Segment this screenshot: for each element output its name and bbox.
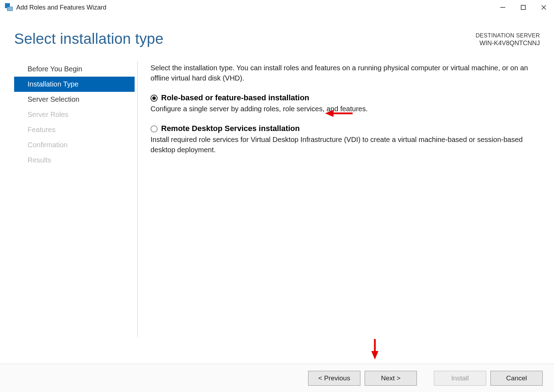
annotation-arrow-right-icon [325,108,353,119]
wizard-icon [4,3,13,12]
sidebar-item-server-roles: Server Roles [14,107,135,122]
annotation-arrow-down-icon [370,339,380,360]
install-button: Install [434,371,486,386]
option-title-role-based: Role-based or feature-based installation [161,93,540,102]
content-pane: Select the installation type. You can in… [138,61,554,337]
close-icon [541,4,547,11]
sidebar-list: Before You Begin Installation Type Serve… [14,61,135,168]
footer: < Previous Next > Install Cancel [0,364,554,392]
maximize-button[interactable] [513,0,534,15]
minimize-icon [500,4,506,11]
sidebar-item-features: Features [14,122,135,137]
option-title-rds: Remote Desktop Services installation [161,124,540,133]
window-title: Add Roles and Features Wizard [16,4,493,11]
window-controls [493,0,554,15]
destination-server: WIN-K4V8QNTCNNJ [476,40,540,47]
header-region: Select installation type DESTINATION SER… [0,15,554,47]
close-button[interactable] [534,0,554,15]
sidebar-item-results: Results [14,153,135,168]
sidebar-item-before-you-begin[interactable]: Before You Begin [14,61,135,77]
svg-marker-7 [371,351,378,360]
cancel-button[interactable]: Cancel [490,371,543,386]
body-region: Before You Begin Installation Type Serve… [0,61,554,337]
sidebar-item-confirmation: Confirmation [14,137,135,153]
page-title: Select installation type [14,30,164,47]
next-button[interactable]: Next > [365,371,417,386]
option-rds[interactable]: Remote Desktop Services installation Ins… [151,124,540,155]
minimize-button[interactable] [493,0,513,15]
radio-selected-dot-icon [152,96,156,100]
maximize-icon [520,4,526,11]
svg-rect-1 [521,5,525,10]
svg-marker-5 [325,110,334,117]
sidebar-item-server-selection[interactable]: Server Selection [14,92,135,107]
option-body: Remote Desktop Services installation Ins… [161,124,540,155]
titlebar: Add Roles and Features Wizard [0,0,554,15]
sidebar-item-installation-type[interactable]: Installation Type [14,77,135,92]
radio-rds[interactable] [151,125,158,132]
radio-role-based[interactable] [151,95,158,102]
sidebar: Before You Begin Installation Type Serve… [0,61,138,337]
previous-button[interactable]: < Previous [308,371,360,386]
destination-label: DESTINATION SERVER [476,32,540,39]
intro-text: Select the installation type. You can in… [151,63,540,83]
destination-block: DESTINATION SERVER WIN-K4V8QNTCNNJ [476,30,540,47]
option-desc-rds: Install required role services for Virtu… [151,135,540,155]
